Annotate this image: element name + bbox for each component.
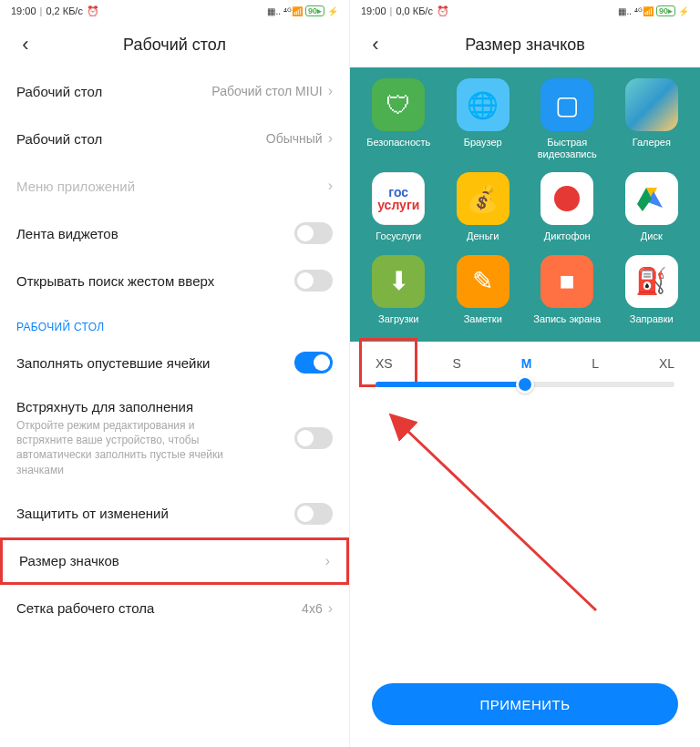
app-notes[interactable]: ✎Заметки [444, 255, 523, 325]
status-speed: 0,0 КБ/с [396, 5, 433, 16]
record-icon [540, 172, 593, 225]
page-title: Размер значков [350, 36, 700, 55]
slider-thumb[interactable] [516, 375, 534, 394]
row-widgets[interactable]: Лента виджетов [0, 210, 349, 257]
row-shake[interactable]: Встряхнуть для заполнения Откройте режим… [0, 386, 349, 490]
row-label: Заполнять опустевшие ячейки [16, 355, 210, 371]
toggle-search-up[interactable] [294, 270, 333, 292]
size-s[interactable]: S [453, 356, 461, 371]
download-icon: ⬇ [372, 255, 425, 308]
header: ‹ Размер значков [350, 22, 700, 67]
annotation-highlight [359, 338, 417, 387]
app-recorder[interactable]: Диктофон [528, 172, 607, 242]
size-selector: XS S M L XL [350, 342, 700, 396]
apply-button[interactable]: ПРИМЕНИТЬ [372, 683, 678, 725]
settings-list[interactable]: Рабочий стол Рабочий стол MIUI› Рабочий … [0, 67, 349, 747]
row-lock[interactable]: Защитить от изменений [0, 490, 349, 537]
row-style[interactable]: Рабочий стол Обычный› [0, 115, 349, 162]
signal-icon: ⁴ᴳ📶 [634, 6, 654, 16]
size-m[interactable]: M [521, 356, 532, 371]
wallet-icon: 💰 [457, 172, 510, 225]
chevron-right-icon: › [328, 130, 333, 147]
chevron-right-icon: › [328, 178, 333, 194]
page-title: Рабочий стол [0, 36, 349, 55]
status-bar: 19:00 | 0,0 КБ/с ⏰ ▦.. ⁴ᴳ📶 90▸ ⚡ [350, 0, 700, 22]
app-downloads[interactable]: ⬇Загрузки [359, 255, 438, 325]
drive-icon [625, 172, 678, 225]
camera-icon: ▢ [540, 78, 593, 131]
row-description: Откройте режим редактирования и встряхни… [16, 418, 253, 477]
signal-icon: ⁴ᴳ📶 [283, 6, 303, 16]
back-button[interactable]: ‹ [15, 34, 36, 56]
status-time: 19:00 [361, 5, 386, 16]
globe-icon: 🌐 [457, 78, 510, 131]
charging-icon: ⚡ [678, 6, 689, 16]
icon-size-screen: 19:00 | 0,0 КБ/с ⏰ ▦.. ⁴ᴳ📶 90▸ ⚡ ‹ Разме… [350, 0, 700, 747]
row-launcher[interactable]: Рабочий стол Рабочий стол MIUI› [0, 67, 349, 115]
toggle-fill-empty[interactable] [294, 352, 333, 374]
app-security[interactable]: 🛡Безопасность [359, 78, 438, 159]
gosuslugi-icon: госуслуги [372, 172, 425, 225]
row-value: Рабочий стол MIUI [211, 84, 322, 98]
row-label: Меню приложений [16, 179, 135, 194]
alarm-icon: ⏰ [437, 5, 449, 17]
charging-icon: ⚡ [327, 6, 338, 16]
app-gosuslugi[interactable]: госуслугиГосуслуги [359, 172, 438, 242]
sim-icon: ▦.. [267, 6, 281, 16]
shield-icon: 🛡 [372, 78, 425, 131]
row-value: Обычный [266, 131, 323, 146]
row-fill-empty[interactable]: Заполнять опустевшие ячейки [0, 339, 349, 386]
battery-icon: 90▸ [305, 5, 324, 16]
app-gallery[interactable]: Галерея [612, 78, 692, 159]
fuel-icon: ⛽ [625, 255, 678, 308]
pencil-icon: ✎ [457, 255, 510, 308]
chevron-right-icon: › [328, 83, 333, 99]
row-label: Рабочий стол [16, 84, 102, 99]
row-grid[interactable]: Сетка рабочего стола 4x6› [0, 585, 349, 632]
sim-icon: ▦.. [618, 6, 632, 16]
app-disk[interactable]: Диск [612, 172, 692, 242]
row-value: 4x6 [302, 601, 323, 616]
row-icon-size[interactable]: Размер значков › [0, 537, 349, 585]
alarm-icon: ⏰ [87, 5, 99, 17]
chevron-right-icon: › [328, 600, 333, 617]
toggle-widgets[interactable] [294, 222, 333, 244]
row-label: Защитить от изменений [16, 506, 169, 521]
app-browser[interactable]: 🌐Браузер [444, 78, 523, 159]
app-fastrec[interactable]: ▢Быстрая видеозапись [528, 78, 607, 159]
row-label: Сетка рабочего стола [16, 600, 154, 616]
back-button[interactable]: ‹ [365, 34, 386, 56]
row-label: Рабочий стол [16, 131, 102, 147]
settings-screen: 19:00 | 0,2 КБ/с ⏰ ▦.. ⁴ᴳ📶 90▸ ⚡ ‹ Рабоч… [0, 0, 350, 747]
status-bar: 19:00 | 0,2 КБ/с ⏰ ▦.. ⁴ᴳ📶 90▸ ⚡ [0, 0, 349, 22]
row-label: Лента виджетов [16, 226, 118, 241]
app-screenrec[interactable]: ■Запись экрана [528, 255, 607, 325]
gallery-icon [625, 78, 678, 131]
status-speed: 0,2 КБ/с [46, 5, 83, 16]
row-label: Открывать поиск жестом вверх [16, 273, 214, 289]
toggle-lock[interactable] [294, 503, 333, 525]
size-xl[interactable]: XL [659, 356, 674, 371]
row-search-up[interactable]: Открывать поиск жестом вверх [0, 257, 349, 304]
battery-icon: 90▸ [656, 5, 675, 16]
size-slider[interactable] [376, 382, 674, 387]
chevron-right-icon: › [325, 553, 330, 569]
app-money[interactable]: 💰Деньги [444, 172, 523, 242]
section-header: РАБОЧИЙ СТОЛ [0, 304, 349, 339]
toggle-shake[interactable] [294, 427, 333, 449]
videocam-icon: ■ [540, 255, 593, 308]
row-appmenu: Меню приложений › [0, 162, 349, 210]
size-l[interactable]: L [592, 356, 599, 371]
icon-preview: 🛡Безопасность 🌐Браузер ▢Быстрая видеозап… [350, 67, 700, 342]
app-fuel[interactable]: ⛽Заправки [612, 255, 692, 325]
row-label: Размер значков [19, 553, 119, 568]
header: ‹ Рабочий стол [0, 22, 349, 67]
status-time: 19:00 [11, 5, 36, 16]
row-label: Встряхнуть для заполнения [16, 399, 253, 414]
